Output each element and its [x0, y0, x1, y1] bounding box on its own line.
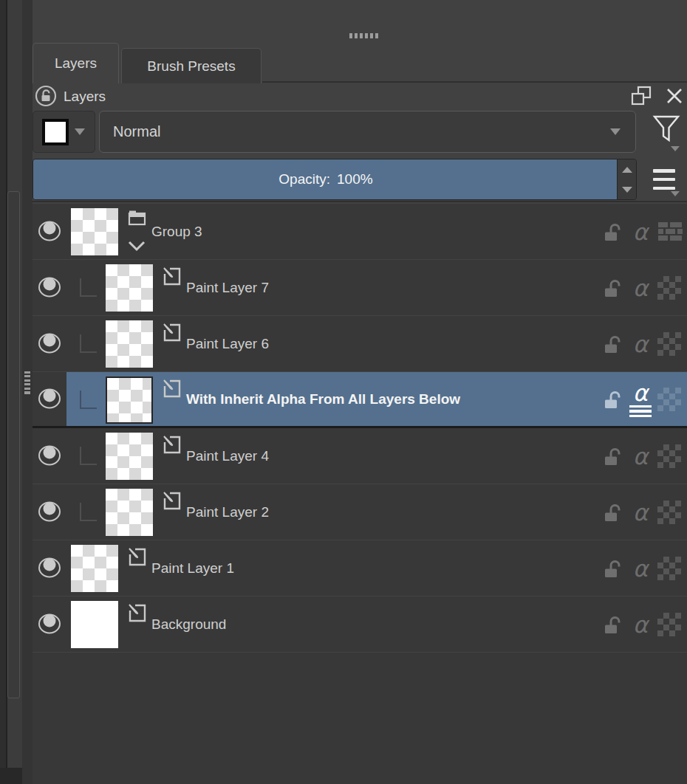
visibility-toggle[interactable] [33, 260, 66, 315]
layer-thumbnail[interactable] [106, 320, 153, 368]
layer-thumbnail[interactable] [71, 545, 118, 592]
visibility-toggle[interactable] [33, 428, 66, 484]
layer-thumbnail[interactable] [106, 264, 153, 312]
layer-list: Group 3 α [33, 204, 687, 784]
layer-row-paint-layer-7[interactable]: Paint Layer 7 α [33, 260, 687, 316]
layer-row-group-3[interactable]: Group 3 α [33, 204, 687, 260]
paint-layer-icon [127, 602, 147, 623]
layer-name: Group 3 [151, 224, 202, 240]
lock-icon[interactable] [603, 445, 625, 467]
visibility-toggle[interactable] [33, 484, 66, 540]
alpha-inherit-icon[interactable]: α [628, 613, 653, 636]
paint-layer-icon [162, 378, 182, 399]
alpha-inherit-icon[interactable]: α [628, 501, 653, 523]
chevron-down-icon [75, 128, 85, 135]
checkerboard-icon [657, 444, 681, 468]
layer-style-icon[interactable] [657, 388, 681, 411]
layer-name: Background [151, 616, 226, 633]
checkerboard-icon [657, 501, 681, 524]
vertical-splitter[interactable] [22, 0, 33, 784]
arrow-down-icon [622, 187, 632, 193]
checkerboard-icon [657, 557, 681, 580]
tab-brush-presets[interactable]: Brush Presets [121, 48, 262, 83]
layer-name: Paint Layer 4 [186, 448, 269, 464]
float-docker-icon[interactable] [629, 84, 653, 108]
tree-branch-line [80, 503, 97, 521]
paint-layer-icon [162, 434, 182, 455]
tree-branch-line [80, 391, 97, 409]
close-icon[interactable] [663, 84, 686, 108]
filter-funnel-icon[interactable] [650, 112, 683, 149]
checkerboard-icon [657, 332, 681, 356]
layer-style-icon[interactable] [657, 444, 681, 468]
eye-icon [35, 444, 64, 469]
alpha-inherit-icon[interactable]: α [628, 221, 653, 243]
layer-thumbnail[interactable] [106, 433, 153, 480]
opacity-spinbox [617, 159, 636, 199]
visibility-toggle[interactable] [33, 204, 66, 259]
alpha-inherit-icon[interactable]: α [628, 445, 653, 467]
hamburger-menu-icon[interactable] [652, 168, 677, 191]
eye-icon [35, 219, 64, 244]
lock-icon[interactable] [603, 333, 625, 355]
layer-name: Paint Layer 7 [186, 280, 269, 296]
layer-row-paint-layer-1[interactable]: Paint Layer 1 α [33, 540, 687, 596]
spin-down-button[interactable] [618, 179, 636, 199]
layer-thumbnail[interactable] [106, 376, 153, 424]
eye-icon [35, 387, 64, 412]
lock-icon[interactable] [603, 221, 625, 243]
layer-style-icon[interactable] [657, 332, 681, 356]
inherit-alpha-bars [629, 405, 652, 417]
paint-layer-icon [162, 490, 182, 511]
expand-chevron-icon[interactable] [126, 240, 147, 253]
layer-name: Paint Layer 2 [186, 504, 269, 520]
layer-thumbnail[interactable] [106, 489, 153, 536]
filter-dropdown-arrow[interactable] [671, 146, 680, 151]
checkerboard-icon [657, 613, 681, 636]
tree-branch-line [80, 447, 97, 465]
lock-circle-icon[interactable] [34, 84, 58, 108]
layer-row-background[interactable]: Background α [33, 596, 687, 653]
layer-style-icon[interactable] [657, 276, 681, 300]
layer-row-paint-layer-4[interactable]: Paint Layer 4 α [33, 428, 687, 484]
visibility-toggle[interactable] [33, 596, 66, 652]
color-label-swatch [42, 119, 69, 145]
docker-title-bar[interactable]: Layers [33, 83, 687, 111]
tab-layers[interactable]: Layers [33, 43, 119, 83]
visibility-toggle[interactable] [33, 316, 66, 371]
opacity-slider[interactable]: Opacity: 100% [33, 159, 637, 200]
layer-color-label-dropdown[interactable] [33, 111, 95, 153]
alpha-inherit-icon[interactable]: α [628, 557, 653, 580]
layer-style-icon[interactable] [657, 613, 681, 636]
alpha-inherit-icon[interactable]: α [628, 382, 653, 417]
blend-mode-dropdown[interactable]: Normal [99, 111, 636, 153]
left-collapsed-panel [7, 191, 20, 698]
layer-row-paint-layer-6[interactable]: Paint Layer 6 α [33, 316, 687, 372]
dotted-drag-handle[interactable] [349, 33, 380, 38]
opacity-label: Opacity: [278, 171, 330, 188]
docker-title: Layers [64, 85, 106, 109]
lock-icon[interactable] [603, 613, 625, 636]
visibility-toggle[interactable] [33, 372, 66, 426]
spin-up-button[interactable] [618, 159, 636, 179]
lock-icon[interactable] [603, 557, 625, 580]
dotted-splitter-handle[interactable] [24, 371, 30, 396]
layer-thumbnail[interactable] [71, 208, 118, 255]
lock-icon[interactable] [603, 277, 625, 299]
layer-row-with-inherit-alpha-from-all-layers-below[interactable]: With Inherit Alpha From All Layers Below… [33, 372, 687, 428]
layer-row-paint-layer-2[interactable]: Paint Layer 2 α [33, 484, 687, 540]
layers-docker-panel: Layers Brush Presets Layers [33, 0, 687, 784]
lock-icon[interactable] [603, 501, 625, 523]
visibility-toggle[interactable] [33, 540, 66, 596]
eye-icon [35, 556, 64, 581]
menu-dropdown-arrow[interactable] [671, 191, 680, 196]
alpha-inherit-icon[interactable]: α [628, 333, 653, 355]
lock-icon[interactable] [603, 388, 625, 410]
layer-style-icon[interactable] [657, 220, 683, 244]
layer-style-icon[interactable] [657, 501, 681, 524]
alpha-inherit-icon[interactable]: α [628, 277, 653, 299]
opacity-value: 100% [337, 171, 373, 188]
paint-layer-icon [162, 266, 182, 286]
layer-style-icon[interactable] [657, 557, 681, 580]
layer-thumbnail[interactable] [71, 601, 118, 648]
